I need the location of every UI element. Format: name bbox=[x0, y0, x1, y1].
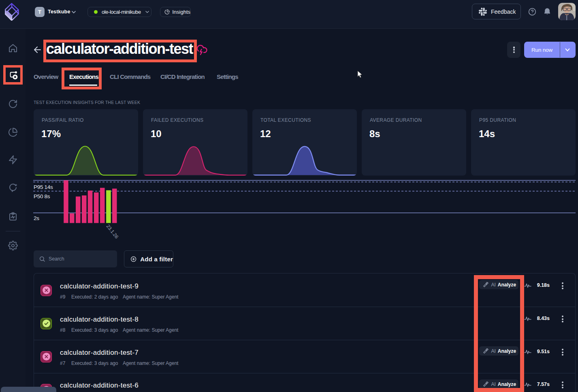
svg-text:23.1.26: 23.1.26 bbox=[105, 223, 120, 239]
svg-text:2s: 2s bbox=[34, 215, 39, 221]
svg-text:P95 14s: P95 14s bbox=[34, 184, 53, 190]
svg-text:P50 8s: P50 8s bbox=[34, 193, 50, 199]
